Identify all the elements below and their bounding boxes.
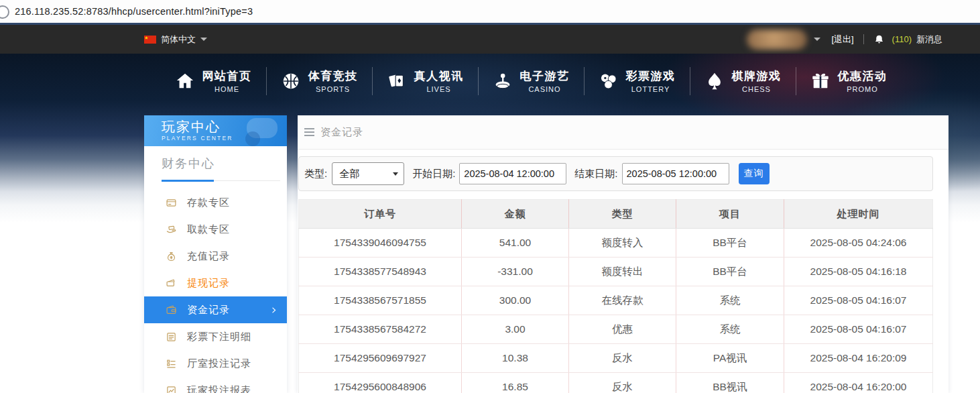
sidebar-subtitle: PLAYERS CENTER (162, 135, 287, 142)
fund-records-table: 订单号 金额 类型 项目 处理时间 1754339046094755 541.0… (298, 199, 933, 393)
sidebar-menu: 存款专区 取款专区 充值记录 提现记录 (144, 189, 287, 393)
user-avatar[interactable] (747, 30, 807, 50)
table-header-row: 订单号 金额 类型 项目 处理时间 (299, 200, 933, 229)
caret-down-icon (200, 38, 207, 41)
sidebar-item-label: 取款专区 (187, 223, 230, 236)
home-icon (175, 71, 195, 91)
main-navigation: 网站首页 HOME 体育竞技 SPORTS 真人视讯 LIVES 电子 (0, 54, 980, 109)
order-number-cell: 1754338567571855 (299, 286, 462, 315)
order-number-cell: 1754338577548943 (299, 258, 462, 286)
nav-item[interactable]: 网站首页 HOME (175, 69, 252, 93)
time-cell: 2025-08-04 16:20:09 (784, 344, 933, 373)
casino-icon (493, 71, 513, 91)
column-header: 金额 (462, 200, 569, 229)
language-selector[interactable]: 简体中文 (144, 25, 207, 54)
notification-bell-icon[interactable] (873, 34, 885, 46)
cn-flag-icon (144, 36, 156, 44)
type-select[interactable]: 全部 (332, 162, 404, 185)
order-number-cell: 1754339046094755 (299, 229, 462, 258)
lottery-detail-icon (166, 331, 177, 343)
sidebar-item[interactable]: 取款专区 (144, 216, 287, 243)
recharge-icon (166, 251, 177, 262)
nav-divider (478, 67, 479, 95)
start-date-label: 开始日期: (412, 168, 455, 180)
project-cell: PA视讯 (676, 344, 784, 373)
sidebar-item[interactable]: 存款专区 (144, 189, 287, 216)
column-header: 类型 (569, 200, 676, 229)
sidebar-item-label: 彩票下注明细 (187, 331, 251, 343)
time-cell: 2025-08-04 16:20:00 (784, 373, 933, 393)
nav-item-label-zh: 网站首页 (202, 69, 252, 83)
nav-divider (690, 67, 690, 95)
site-info-icon[interactable] (0, 5, 9, 19)
sidebar-item[interactable]: 充值记录 (144, 243, 287, 270)
url-text[interactable]: 216.118.235.52:8783/hhcp/usercenter.html… (15, 6, 253, 17)
nav-item-label-zh: 棋牌游戏 (732, 69, 782, 83)
message-label[interactable]: 新消息 (916, 34, 942, 46)
type-cell: 额度转入 (569, 229, 676, 258)
nav-item-label-en: PROMO (838, 85, 887, 93)
sidebar-item-label: 厅室投注记录 (187, 357, 251, 370)
sidebar-item[interactable]: 玩家投注报表 (144, 377, 287, 393)
end-date-label: 结束日期: (574, 168, 617, 180)
amount-cell: 300.00 (462, 286, 569, 315)
sidebar-item-label: 资金记录 (187, 304, 230, 317)
start-date-input[interactable] (459, 163, 566, 184)
sidebar-item-label: 存款专区 (187, 196, 230, 209)
nav-item[interactable]: 真人视讯 LIVES (387, 69, 464, 93)
type-cell: 额度转出 (569, 258, 676, 286)
type-cell: 在线存款 (569, 286, 676, 315)
promo-icon (810, 71, 831, 91)
fund-records-panel: 资金记录 类型: 全部 开始日期: 结束日期: 查询 订单号 金额 类型 项目 … (298, 115, 948, 393)
nav-item[interactable]: 彩票游戏 LOTTERY (599, 69, 676, 93)
table-row: 1754338577548943 -331.00 额度转出 BB平台 2025-… (299, 258, 933, 286)
player-center-sidebar: 玩家中心 PLAYERS CENTER 财务中心 存款专区 取款专区 充值记录 (144, 115, 287, 393)
sidebar-item[interactable]: 彩票下注明细 (144, 323, 287, 350)
nav-item-label-zh: 体育竞技 (308, 69, 358, 83)
nav-item-label-zh: 优惠活动 (838, 69, 887, 83)
top-account-bar: 简体中文 [退出] (110) 新消息 (0, 25, 980, 54)
nav-divider (372, 67, 373, 95)
finance-section-header: 财务中心 (144, 146, 287, 181)
type-select-value: 全部 (339, 168, 359, 180)
nav-divider (266, 67, 267, 95)
nav-item-label-en: HOME (202, 85, 252, 93)
type-cell: 反水 (569, 344, 676, 373)
divider (863, 34, 864, 44)
nav-item[interactable]: 优惠活动 PROMO (810, 69, 887, 93)
sidebar-header: 玩家中心 PLAYERS CENTER (144, 115, 287, 146)
nav-item[interactable]: 体育竞技 SPORTS (281, 69, 358, 93)
nav-item[interactable]: 电子游艺 CASINO (493, 69, 570, 93)
withdrawal-record-icon (166, 278, 177, 289)
chess-icon (705, 71, 725, 91)
section-underline (162, 178, 280, 181)
message-count[interactable]: (110) (892, 34, 912, 44)
order-number-cell: 1754295600848906 (299, 373, 462, 393)
sidebar-item-label: 提现记录 (187, 277, 230, 290)
project-cell: BB平台 (676, 229, 784, 258)
nav-item-label-en: SPORTS (308, 85, 358, 93)
nav-item-label-zh: 彩票游戏 (626, 69, 676, 83)
amount-cell: -331.00 (462, 258, 569, 286)
project-cell: 系统 (676, 315, 784, 344)
search-button[interactable]: 查询 (739, 163, 770, 184)
column-header: 处理时间 (784, 200, 933, 229)
amount-cell: 3.00 (462, 315, 569, 344)
page-title: 资金记录 (320, 126, 363, 139)
amount-cell: 10.38 (462, 344, 569, 373)
type-label: 类型: (304, 168, 327, 180)
sidebar-item[interactable]: 厅室投注记录 (144, 350, 287, 377)
order-number-cell: 1754338567584272 (299, 315, 462, 344)
time-cell: 2025-08-05 04:16:18 (784, 258, 933, 286)
report-icon (166, 385, 177, 393)
sidebar-item[interactable]: 资金记录 (144, 296, 287, 323)
nav-item[interactable]: 棋牌游戏 CHESS (705, 69, 782, 93)
logout-button[interactable]: [退出] (831, 34, 853, 46)
caret-down-icon[interactable] (814, 38, 820, 41)
nav-item-label-zh: 真人视讯 (414, 69, 464, 83)
sidebar-item[interactable]: 提现记录 (144, 270, 287, 296)
end-date-input[interactable] (622, 163, 729, 184)
browser-address-bar[interactable]: 216.118.235.52:8783/hhcp/usercenter.html… (0, 0, 980, 25)
language-label: 简体中文 (161, 34, 196, 46)
sidebar-title: 玩家中心 (162, 119, 287, 135)
